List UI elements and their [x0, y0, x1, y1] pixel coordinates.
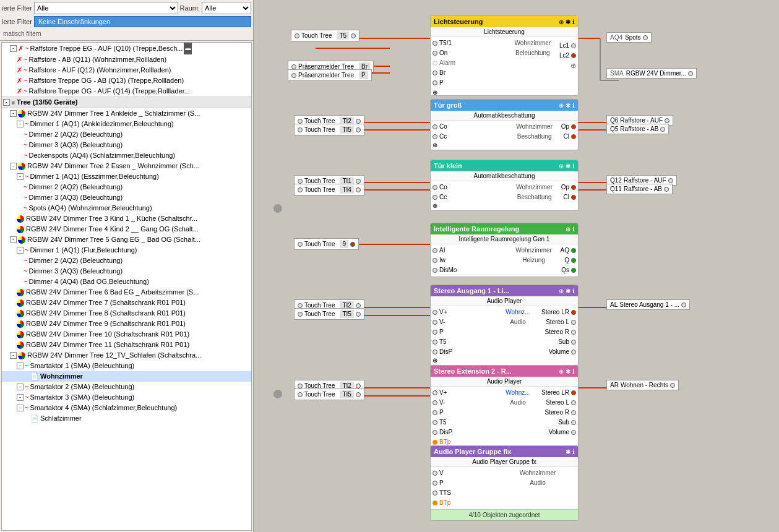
- port-in: [433, 51, 437, 56]
- list-item[interactable]: - RGBW 24V Dimmer Tree 12_TV_Schlafen (S…: [2, 350, 251, 361]
- nav-dot-1[interactable]: [273, 204, 282, 213]
- list-item[interactable]: ~ Spots (AQ4) (Wohnzimmer,Beleuchtung): [2, 203, 251, 213]
- item-label: RGBW 24V Dimmer Tree 3 Kind 1 _ Küche (S…: [26, 213, 197, 224]
- add-output[interactable]: ⊕: [570, 62, 576, 69]
- list-item[interactable]: ~ Dimmer 3 (AQ3) (Beleuchtung): [2, 140, 251, 150]
- port-id: T5: [337, 32, 349, 40]
- port-label: Q: [564, 255, 569, 265]
- expand-icon[interactable]: -: [17, 247, 24, 254]
- node-row: ⊕: [433, 88, 506, 94]
- stereo1-controls[interactable]: ⊕ ✱ ℹ: [559, 288, 575, 294]
- list-item[interactable]: RGBW 24V Dimmer Tree 6 Bad EG _ Arbeitsz…: [2, 287, 251, 298]
- port-label: Stereo LR: [541, 388, 569, 398]
- list-item-selected[interactable]: 📄 Wohnzimmer: [2, 371, 251, 382]
- list-item[interactable]: ✗ ~ Raffstore Treppe OG - AUF (Q14) (Tre…: [2, 86, 251, 97]
- expand-icon[interactable]: -: [10, 110, 17, 117]
- tur-gross-title: Tür groß: [434, 101, 462, 109]
- nav-dot-2[interactable]: [273, 390, 282, 398]
- list-item[interactable]: - ~ Smartaktor 2 (SMA) (Beleuchtung): [2, 382, 251, 392]
- port-label: V-: [439, 317, 445, 327]
- list-item[interactable]: - ~ Smartaktor 4 (SMA) (Schlafzimmer,Bel…: [2, 403, 251, 413]
- tree-container[interactable]: - ✗ ~ Raffstore Treppe EG - AUF (Q10) (T…: [1, 42, 252, 531]
- list-item[interactable]: - RGBW 24V Dimmer Tree 5 Gang EG _ Bad O…: [2, 234, 251, 245]
- port: [298, 179, 303, 184]
- port-in: [433, 134, 437, 139]
- list-item[interactable]: 📄 Schlafzimmer: [2, 413, 251, 424]
- list-item[interactable]: RGBW 24V Dimmer Tree 11 (Schaltschrank R…: [2, 340, 251, 350]
- list-item[interactable]: RGBW 24V Dimmer Tree 4 Kind 2 __ Gang OG…: [2, 224, 251, 234]
- port-label: DisP: [439, 427, 452, 437]
- stereo2-controls[interactable]: ⊕ ✱ ℹ: [559, 368, 575, 375]
- expand-icon[interactable]: -: [17, 394, 24, 401]
- list-item[interactable]: ~ Dimmer 4 (AQ4) (Bad OG,Beleuchtung): [2, 277, 251, 287]
- active-filter-value[interactable]: Keine Einschränkungen: [34, 16, 251, 27]
- list-item[interactable]: ~ Dimmer 2 (AQ2) (Beleuchtung): [2, 129, 251, 140]
- list-item[interactable]: - RGBW 24V Dimmer Tree 1 Ankleide _ Schl…: [2, 108, 251, 119]
- expand-icon[interactable]: -: [17, 384, 24, 390]
- right-panel[interactable]: Lichtsteuerung ⊕ ✱ ℹ Lichtsteuerung T5/1…: [254, 0, 779, 532]
- list-item[interactable]: - ~ Smartaktor 3 (SMA) (Beleuchtung): [2, 392, 251, 403]
- add-port[interactable]: ⊕: [433, 202, 508, 209]
- node-row: BTp: [433, 498, 508, 508]
- port-id: AL: [610, 301, 618, 308]
- port-id: TI4: [340, 186, 353, 194]
- list-item[interactable]: ~ Dimmer 3 (AQ3) (Beleuchtung): [2, 192, 251, 203]
- port-out: [571, 195, 576, 200]
- expand-icon[interactable]: -: [10, 236, 17, 243]
- input-box-stereo1-ti5: Touch Tree TI5: [294, 308, 364, 320]
- list-item[interactable]: RGBW 24V Dimmer Tree 8 (Schaltschrank R0…: [2, 308, 251, 319]
- list-item[interactable]: ~ Deckenspots (AQ4) (Schlafzimmer,Beleuc…: [2, 150, 251, 161]
- list-item[interactable]: ~ Dimmer 3 (AQ3) (Beleuchtung): [2, 266, 251, 277]
- port-in: [433, 80, 437, 85]
- expand-icon[interactable]: -: [10, 45, 17, 52]
- port-in: [433, 71, 437, 75]
- add-port[interactable]: ⊕: [433, 142, 508, 148]
- expand-icon[interactable]: -: [10, 352, 17, 359]
- list-item[interactable]: ✗ ~ Raffstore Treppe OG - AB (Q13) (Trep…: [2, 75, 251, 86]
- node-row: AQ: [561, 246, 576, 255]
- add-port[interactable]: ⊕: [433, 357, 494, 364]
- node-row: AI: [433, 246, 507, 255]
- audio-gruppe-controls[interactable]: ✱ ℹ: [566, 448, 575, 455]
- list-item[interactable]: ~ Dimmer 2 (AQ2) (Beleuchtung): [2, 255, 251, 266]
- list-item[interactable]: ✗ ~ Raffstore - AUF (Q12) (Wohnzimmer,Ro…: [2, 65, 251, 75]
- item-label: Dimmer 2 (AQ2) (Beleuchtung): [28, 182, 123, 192]
- expand-icon[interactable]: -: [17, 363, 24, 369]
- port-id: Q11: [610, 186, 622, 192]
- expand-icon[interactable]: -: [17, 173, 24, 180]
- list-item[interactable]: RGBW 24V Dimmer Tree 10 (Schaltschrank R…: [2, 329, 251, 340]
- main-container: ierte Filter Alle Raum: Alle ierte Filte…: [0, 0, 779, 532]
- tur-klein-controls[interactable]: ⊕ ✱ ℹ: [559, 163, 575, 169]
- port-label: Cc: [439, 192, 447, 202]
- output-port-label: AQ4: [610, 34, 622, 41]
- port: [291, 73, 296, 78]
- list-item[interactable]: RGBW 24V Dimmer Tree 7 (Schaltschrank R0…: [2, 298, 251, 308]
- tree-group-header[interactable]: - ■ Tree (13/50 Geräte): [2, 97, 251, 108]
- expand-icon[interactable]: -: [10, 163, 17, 169]
- item-label: Dimmer 4 (AQ4) (Bad OG,Beleuchtung): [28, 277, 148, 287]
- list-item[interactable]: - ~ Dimmer 1 (AQ1) (Ankleidezimmer,Beleu…: [2, 119, 251, 129]
- list-item[interactable]: - ✗ ~ Raffstore Treppe EG - AUF (Q10) (T…: [2, 43, 251, 54]
- item-label: Smartaktor 2 (SMA) (Beleuchtung): [30, 382, 134, 392]
- center-label: Wohnz...: [498, 307, 538, 317]
- list-item[interactable]: RGBW 24V Dimmer Tree 3 Kind 1 _ Küche (S…: [2, 213, 251, 224]
- list-item[interactable]: RGBW 24V Dimmer Tree 9 (Schaltschrank R0…: [2, 319, 251, 329]
- tur-gross-controls[interactable]: ⊕ ✱ ℹ: [559, 102, 575, 109]
- port-in: [433, 258, 437, 263]
- intelligente-controls[interactable]: ⊕ ℹ: [566, 226, 575, 233]
- list-item[interactable]: ~ Dimmer 2 (AQ2) (Beleuchtung): [2, 182, 251, 192]
- list-item[interactable]: - ~ Smartaktor 1 (SMA) (Beleuchtung): [2, 361, 251, 371]
- expand-icon[interactable]: -: [17, 121, 24, 127]
- list-item[interactable]: - ~ Dimmer 1 (AQ1) (Esszimmer,Beleuchtun…: [2, 171, 251, 182]
- expand-icon[interactable]: -: [17, 405, 24, 411]
- list-item[interactable]: ✗ ~ Raffstore - AB (Q11) (Wohnzimmer,Rol…: [2, 54, 251, 65]
- add-port[interactable]: ⊕: [433, 88, 439, 94]
- lichtsteuerung-controls[interactable]: ⊕ ✱ ℹ: [559, 19, 575, 25]
- port-out: [571, 390, 576, 395]
- port: [668, 178, 673, 183]
- raum-select[interactable]: Alle: [202, 2, 251, 14]
- list-item[interactable]: - RGBW 24V Dimmer Tree 2 Essen _ Wohnzim…: [2, 161, 251, 171]
- list-item[interactable]: - ~ Dimmer 1 (AQ1) (Flur,Beleuchtung): [2, 245, 251, 255]
- filter-select-main[interactable]: Alle: [34, 2, 178, 14]
- tree-expand-icon[interactable]: -: [3, 99, 10, 106]
